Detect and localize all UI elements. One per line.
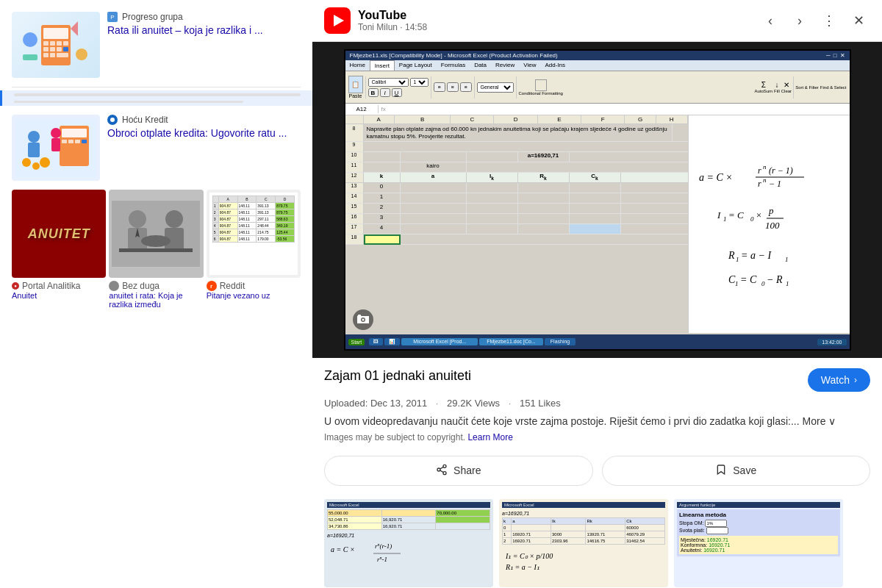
cell-ck-2[interactable]	[570, 204, 621, 214]
header-a[interactable]: a	[401, 173, 467, 183]
align-center[interactable]: ≡	[447, 82, 459, 92]
cell-k-1[interactable]: 1	[364, 193, 401, 204]
col-h-header[interactable]: H	[656, 115, 688, 124]
cell-a-2[interactable]	[401, 204, 467, 214]
conditional-formatting[interactable]: Conditional Formatting	[519, 79, 563, 96]
clear-btn[interactable]: ✕Clear	[781, 81, 792, 93]
cell-a-1[interactable]	[401, 193, 467, 204]
bold-btn[interactable]: B	[368, 88, 379, 97]
cell-k-0[interactable]: 0	[364, 183, 401, 193]
taskbar-flasher[interactable]: Flashing	[545, 338, 576, 345]
cell-a11[interactable]	[364, 162, 401, 173]
taskbar-word[interactable]: FMjezbe11.doc [Co...	[479, 338, 543, 345]
cell-rk-1[interactable]	[518, 193, 570, 204]
strip-thumb-1[interactable]: Microsoft Excel 55,000.00 70,000.00 52,0…	[324, 499, 493, 587]
col-c-header[interactable]: C	[451, 115, 494, 124]
cell-ck-4-selected[interactable]	[570, 224, 621, 234]
search-result-2[interactable]: Hoću Kredit Obroci otplate kredita: Ugov…	[0, 109, 312, 187]
strip-thumb-3[interactable]: Argumenti funkcije Linearna metoda Stopa…	[674, 499, 843, 587]
col-e-header[interactable]: E	[538, 115, 581, 124]
tab-addins[interactable]: Add-Ins	[540, 60, 570, 71]
col-a-header[interactable]: A	[364, 115, 395, 124]
col-d-header[interactable]: D	[494, 115, 537, 124]
autosum-btn[interactable]: ΣAutoSum	[754, 81, 772, 93]
cell-a10[interactable]	[364, 152, 401, 162]
cell-ik-0[interactable]	[467, 183, 518, 193]
cell-ck-3[interactable]	[570, 214, 621, 224]
camera-icon[interactable]	[353, 309, 373, 330]
underline-btn[interactable]: U	[392, 88, 402, 97]
more-options-button[interactable]: ⋮	[817, 9, 841, 32]
cell-b11-kairo[interactable]: kairo	[401, 162, 467, 173]
selected-result[interactable]	[0, 90, 312, 106]
header-ik[interactable]: Ik	[467, 173, 518, 183]
col-b-header[interactable]: B	[395, 115, 451, 124]
tab-data[interactable]: Data	[470, 60, 491, 71]
align-left[interactable]: ≡	[434, 82, 445, 92]
maximize-btn[interactable]: □	[833, 52, 837, 59]
tab-review[interactable]: Review	[491, 60, 519, 71]
cell-ik-3[interactable]	[467, 214, 518, 224]
cell-b10[interactable]	[401, 152, 467, 162]
cell-ik-1[interactable]	[467, 193, 518, 204]
cell-a-0[interactable]	[401, 183, 467, 193]
formula-expand[interactable]: fx	[379, 105, 389, 113]
strip-thumb-2[interactable]: Microsoft Excel a=16920,71 k a Ik Rk Ck …	[499, 499, 668, 587]
save-button[interactable]: Save	[602, 456, 871, 486]
col-f-header[interactable]: F	[581, 115, 625, 124]
cell-rk-2[interactable]	[518, 204, 570, 214]
number-format[interactable]: General	[477, 82, 514, 93]
cell-rk-0[interactable]	[518, 183, 570, 193]
font-selector[interactable]: Calibri	[368, 78, 409, 87]
close-button[interactable]: ✕	[847, 9, 870, 32]
italic-btn[interactable]: I	[380, 88, 390, 97]
formula-input[interactable]	[389, 109, 850, 110]
more-button[interactable]: More ∨	[803, 415, 836, 429]
header-rk[interactable]: Rk	[518, 173, 570, 183]
header-k[interactable]: k	[364, 173, 401, 183]
handshake-image[interactable]: Bez duga anuitet i rata: Koja je razlika…	[109, 190, 203, 309]
find-select-btn[interactable]: Find & Select	[820, 85, 847, 90]
anuitet-image[interactable]: ANUITET ● Portal Analitika Anuitet	[12, 190, 106, 309]
cell-ik-4[interactable]	[467, 224, 518, 234]
video-area[interactable]: FMjezbe11.xls [Compatibility Mode] - Mic…	[312, 42, 882, 358]
cell-c10[interactable]	[467, 152, 518, 162]
close-btn[interactable]: ✕	[840, 52, 845, 59]
cell-k-2[interactable]: 2	[364, 204, 401, 214]
cell-rk-4[interactable]	[518, 224, 570, 234]
cell-a-4[interactable]	[401, 224, 467, 234]
minimize-btn[interactable]: ─	[826, 52, 831, 59]
cell-a-3[interactable]	[401, 214, 467, 224]
share-button[interactable]: Share	[324, 456, 593, 486]
start-button[interactable]: Start	[348, 339, 365, 345]
selected-cell[interactable]	[364, 234, 401, 245]
taskbar-app-1[interactable]: 🖼	[369, 338, 383, 345]
cell-reference[interactable]: A12	[345, 105, 379, 113]
col-g-header[interactable]: G	[625, 115, 656, 124]
back-button[interactable]: ‹	[759, 9, 782, 32]
cell-ck-1[interactable]	[570, 193, 621, 204]
tab-view[interactable]: View	[519, 60, 540, 71]
align-right[interactable]: ≡	[460, 82, 472, 92]
tab-home[interactable]: Home	[345, 60, 370, 71]
forward-button[interactable]: ›	[788, 9, 811, 32]
cell-rk-3[interactable]	[518, 214, 570, 224]
cell-ik-2[interactable]	[467, 204, 518, 214]
taskbar-app-2[interactable]: 📊	[384, 338, 400, 345]
learn-more-link[interactable]: Learn More	[467, 432, 512, 442]
tab-formulas[interactable]: Formulas	[437, 60, 470, 71]
sort-filter-btn[interactable]: Sort & Filter	[795, 85, 819, 90]
spreadsheet-image[interactable]: A B C D 1 904.87 148.11 391.13 879.75 2 …	[207, 190, 301, 309]
taskbar-excel[interactable]: Microsoft Excel [Prod...	[401, 338, 478, 345]
search-result-1[interactable]: P Progreso grupa Rata ili anuitet – koja…	[0, 6, 312, 84]
cell-k-4[interactable]: 4	[364, 224, 401, 234]
tab-page-layout[interactable]: Page Layout	[395, 60, 437, 71]
watch-button[interactable]: Watch ›	[808, 368, 870, 392]
tab-insert[interactable]: Insert	[370, 60, 395, 71]
cell-k-3[interactable]: 3	[364, 214, 401, 224]
font-size-selector[interactable]: 11	[410, 78, 429, 87]
cell-ck-0[interactable]	[570, 183, 621, 193]
paste-btn[interactable]: 📋 Paste	[348, 76, 363, 98]
cell-d10-formula[interactable]: a=16920,71	[518, 152, 570, 162]
fill-btn[interactable]: ↓Fill	[774, 81, 780, 93]
